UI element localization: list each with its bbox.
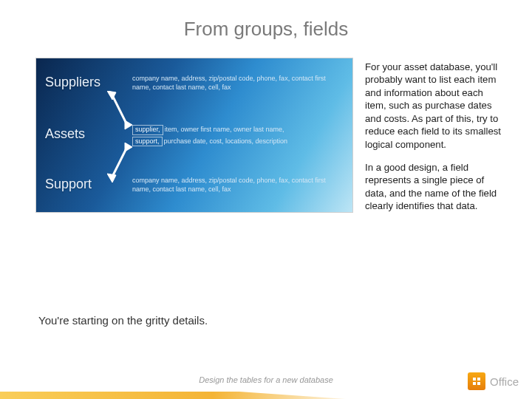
diagram: Suppliers company name, address, zip/pos… xyxy=(35,58,353,213)
body-paragraph-1: For your asset database, you'll probably… xyxy=(365,61,507,151)
brand-text: Office xyxy=(490,375,519,388)
diagram-label-suppliers: Suppliers xyxy=(45,75,100,90)
support-boxed-field: support, xyxy=(132,137,163,147)
footer-text: Design the tables for a new database xyxy=(0,375,532,384)
supplier-boxed-field: supplier, xyxy=(132,125,163,135)
arrow-suppliers-to-assets xyxy=(107,91,134,131)
body-text: For your asset database, you'll probably… xyxy=(365,61,507,213)
slide: From groups, fields Suppliers company na… xyxy=(0,0,532,399)
diagram-label-support: Support xyxy=(45,177,92,192)
arrow-assets-to-support xyxy=(107,143,134,183)
slide-title: From groups, fields xyxy=(0,18,532,41)
diagram-fields-assets: supplier, item, owner first name, owner … xyxy=(132,125,347,146)
footer-curve-decoration xyxy=(0,392,532,399)
assets-line2: purchase date, cost, locations, descript… xyxy=(164,137,288,146)
assets-line1: item, owner first name, owner last name, xyxy=(165,126,284,134)
footer: Design the tables for a new database Off… xyxy=(0,361,532,399)
diagram-fields-suppliers: company name, address, zip/postal code, … xyxy=(132,75,339,92)
svg-marker-2 xyxy=(125,143,132,151)
office-icon xyxy=(468,372,485,390)
subheading: You're starting on the gritty details. xyxy=(38,314,208,327)
svg-marker-1 xyxy=(125,120,132,129)
body-paragraph-2: In a good design, a field represents a s… xyxy=(365,161,507,213)
svg-marker-3 xyxy=(107,174,116,183)
diagram-label-assets: Assets xyxy=(45,126,85,142)
diagram-fields-support: company name, address, zip/postal code, … xyxy=(132,177,339,194)
brand-logo: Office xyxy=(468,372,519,390)
